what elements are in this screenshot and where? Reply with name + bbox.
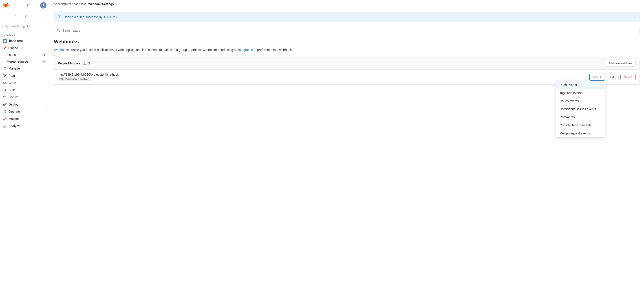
build-label: Build bbox=[8, 88, 16, 92]
hook-info: http://139.9.199.4:8080/project/jenkins-… bbox=[58, 73, 589, 81]
issues-badge: 0 bbox=[42, 53, 46, 56]
sidebar-item-project[interactable]: B base-test bbox=[0, 37, 49, 45]
plan-icon: 📅 bbox=[3, 74, 7, 78]
dropdown-item-merge-request[interactable]: Merge request events bbox=[556, 129, 605, 137]
monitor-icon: 📈 bbox=[3, 117, 7, 121]
dropdown-item-tag-push[interactable]: Tag push events bbox=[556, 89, 605, 97]
secure-label: Secure bbox=[8, 95, 18, 99]
integration-link[interactable]: integration bbox=[238, 48, 253, 52]
breadcrumb-sep-2: / bbox=[87, 2, 88, 5]
page-title: Webhooks bbox=[54, 39, 640, 45]
alert-message: Hook executed successfully: HTTP 200 bbox=[64, 15, 118, 19]
project-name-label: base-test bbox=[9, 39, 23, 43]
chevron-down-icon: ⌄ bbox=[20, 46, 23, 50]
build-icon: ⚙ bbox=[3, 88, 7, 92]
deploy-icon: 🚀 bbox=[3, 102, 7, 106]
operate-icon: ⚙ bbox=[3, 109, 7, 114]
chevron-right-icon: › bbox=[46, 88, 46, 92]
sidebar-item-deploy[interactable]: 🚀 Deploy › bbox=[0, 101, 49, 108]
analyze-label: Analyze bbox=[8, 124, 20, 128]
chevron-right-icon: › bbox=[46, 67, 46, 70]
sidebar-icon-row: ☰ ⑂ ☑ bbox=[0, 11, 49, 21]
merge-requests-label: Merge requests bbox=[7, 60, 28, 63]
todos-icon[interactable]: ☑ bbox=[22, 12, 30, 19]
sidebar-item-analyze[interactable]: 📊 Analyze › bbox=[0, 122, 49, 129]
sidebar-item-pinned[interactable]: 📌 Pinned ⌄ bbox=[0, 45, 49, 51]
manage-label: Manage bbox=[8, 67, 20, 70]
main-content: Administrator / base-test / Webhook Sett… bbox=[50, 0, 644, 281]
project-section-label: Project bbox=[0, 31, 49, 37]
gitlab-logo-icon[interactable] bbox=[3, 2, 9, 8]
create-new-icon[interactable]: + bbox=[33, 2, 39, 8]
pinned-label: Pinned bbox=[8, 46, 18, 50]
user-avatar[interactable]: A bbox=[40, 2, 46, 8]
chevron-right-icon: › bbox=[46, 81, 46, 84]
page-content: 🔍 Webhooks Webhooks enable you to send n… bbox=[50, 22, 644, 89]
page-description: Webhooks enable you to send notification… bbox=[54, 47, 640, 52]
search-page-input[interactable] bbox=[62, 29, 636, 32]
hook-url: http://139.9.199.4:8080/project/jenkins-… bbox=[58, 73, 589, 76]
pin-icon: 📌 bbox=[3, 46, 6, 50]
deploy-label: Deploy bbox=[8, 103, 18, 106]
dropdown-item-issues[interactable]: Issues events bbox=[556, 97, 605, 105]
sidebar-item-secure[interactable]: 🛡 Secure › bbox=[0, 94, 49, 101]
sidebar-collapse-icon[interactable]: ◫ bbox=[26, 2, 32, 8]
sidebar-item-plan[interactable]: 📅 Plan › bbox=[0, 72, 49, 79]
chevron-down-icon: ▼ bbox=[599, 76, 602, 78]
test-dropdown-container: Test ▼ Push events Tag push events Issue… bbox=[589, 74, 605, 81]
manage-icon: ⚙ bbox=[3, 66, 7, 70]
sidebar-item-manage[interactable]: ⚙ Manage › bbox=[0, 65, 49, 72]
description-suffix: in preference to a webhook. bbox=[253, 48, 293, 52]
code-icon: </> bbox=[3, 81, 7, 85]
sidebar-item-merge-requests[interactable]: Merge requests 0 bbox=[0, 58, 49, 65]
project-initial-icon: B bbox=[3, 39, 7, 43]
hooks-count: 1 bbox=[88, 61, 90, 65]
issues-icon[interactable]: ☰ bbox=[3, 12, 10, 19]
hook-ssl-badge: SSL Verification: enabled bbox=[58, 77, 91, 81]
sidebar-item-code[interactable]: </> Code › bbox=[0, 79, 49, 86]
sidebar-top: ◫ + A bbox=[0, 0, 49, 11]
description-text: enable you to send notifications to web … bbox=[69, 48, 238, 52]
project-hooks-section: Project Hooks ⚓ 1 Add new webhook http:/… bbox=[54, 57, 640, 85]
secure-icon: 🛡 bbox=[3, 95, 7, 99]
chevron-right-icon: › bbox=[46, 96, 46, 99]
chevron-right-icon: › bbox=[46, 124, 46, 127]
plan-label: Plan bbox=[8, 74, 15, 77]
search-page-box[interactable]: 🔍 bbox=[54, 27, 640, 34]
dropdown-item-confidential-issues[interactable]: Confidential issues events bbox=[556, 105, 605, 113]
edit-button[interactable]: Edit bbox=[607, 74, 619, 80]
analyze-icon: 📊 bbox=[3, 124, 7, 128]
delete-button[interactable]: Delete bbox=[620, 74, 636, 80]
sidebar-item-issues[interactable]: Issues 0 bbox=[0, 51, 49, 58]
info-icon: ⓘ bbox=[58, 14, 61, 19]
breadcrumb-project[interactable]: base-test bbox=[74, 2, 86, 5]
breadcrumb-current: Webhook Settings bbox=[88, 2, 114, 5]
webhooks-link[interactable]: Webhooks bbox=[54, 48, 69, 52]
dropdown-item-push-events[interactable]: Push events bbox=[556, 81, 605, 89]
alert-close-button[interactable]: × bbox=[633, 15, 636, 19]
issues-label: Issues bbox=[7, 53, 16, 56]
success-alert: ⓘ Hook executed successfully: HTTP 200 × bbox=[54, 12, 640, 22]
search-page-icon: 🔍 bbox=[57, 29, 61, 32]
breadcrumb-admin[interactable]: Administrator bbox=[54, 2, 71, 5]
chevron-right-icon: › bbox=[46, 117, 46, 120]
dropdown-item-comments[interactable]: Comments bbox=[556, 113, 605, 121]
sidebar-item-monitor[interactable]: 📈 Monitor › bbox=[0, 115, 49, 122]
merge-requests-badge: 0 bbox=[42, 60, 46, 63]
monitor-label: Monitor bbox=[8, 117, 19, 121]
code-label: Code bbox=[8, 81, 16, 85]
global-search-box[interactable]: 🔍 Search or go to... bbox=[2, 23, 47, 29]
merge-requests-icon[interactable]: ⑂ bbox=[12, 12, 20, 19]
operate-label: Operate bbox=[8, 110, 20, 113]
sidebar-item-build[interactable]: ⚙ Build › bbox=[0, 86, 49, 94]
breadcrumb-sep-1: / bbox=[72, 2, 73, 5]
anchor-icon: ⚓ bbox=[82, 61, 86, 65]
sidebar-item-operate[interactable]: ⚙ Operate › bbox=[0, 108, 49, 115]
chevron-right-icon: › bbox=[46, 110, 46, 113]
dropdown-item-confidential-comments[interactable]: Confidential comments bbox=[556, 121, 605, 129]
test-label: Test bbox=[593, 75, 598, 79]
breadcrumb: Administrator / base-test / Webhook Sett… bbox=[50, 0, 644, 8]
add-webhook-button[interactable]: Add new webhook bbox=[605, 60, 636, 67]
test-button[interactable]: Test ▼ bbox=[589, 74, 605, 81]
chevron-right-icon: › bbox=[46, 74, 46, 77]
